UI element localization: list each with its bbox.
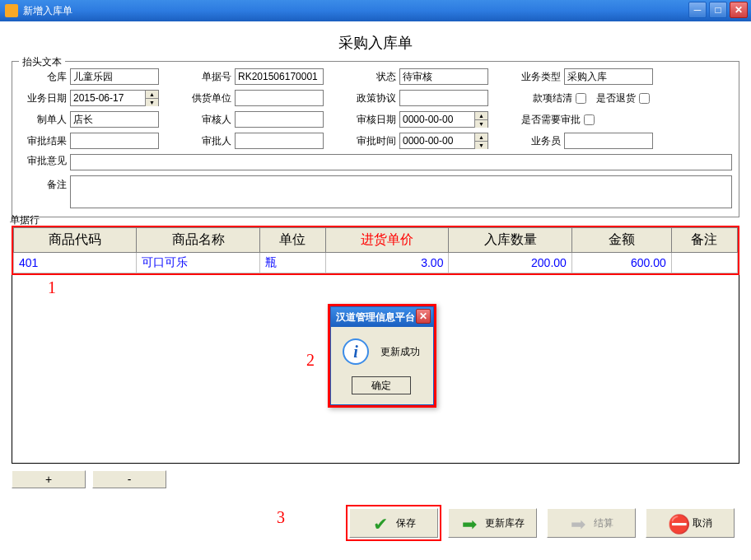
window-title: 新增入库单 [23, 4, 72, 18]
label-warehouse: 仓库 [19, 70, 70, 84]
label-isreturn: 是否退货 [586, 91, 639, 105]
dialog-title: 汉道管理信息平台 ✕ [331, 307, 433, 327]
column-header: 单位 [259, 228, 325, 253]
table-row[interactable]: 401可口可乐瓶3.00200.00600.00 [14, 253, 738, 273]
spin-up-icon[interactable]: ▲ [474, 112, 487, 120]
settle-button[interactable]: ➡结算 [547, 508, 636, 538]
checker-field[interactable] [235, 111, 324, 128]
needapprove-checkbox[interactable] [584, 114, 595, 125]
label-paysettle: 款项结清 [513, 91, 576, 105]
cancel-label: 取消 [693, 516, 712, 530]
forbidden-icon: ⛔ [668, 514, 686, 532]
label-checker: 审核人 [184, 113, 235, 127]
maximize-button[interactable]: □ [709, 2, 727, 18]
table-cell[interactable]: 3.00 [326, 253, 449, 273]
table-cell[interactable]: 401 [14, 253, 137, 273]
label-maker: 制单人 [19, 113, 70, 127]
policy-field[interactable] [399, 90, 488, 106]
label-approveresult: 审批结果 [19, 134, 70, 148]
checkdate-spinner[interactable]: ▲▼ [399, 111, 488, 128]
remove-row-button[interactable]: - [92, 470, 166, 488]
approveresult-field[interactable] [70, 133, 159, 149]
label-docno: 单据号 [184, 70, 235, 84]
label-approver: 审批人 [184, 134, 235, 148]
dialog-message: 更新成功 [380, 345, 420, 359]
dialog-title-text: 汉道管理信息平台 [336, 310, 415, 324]
label-approveopinion: 审批意见 [19, 154, 70, 170]
bizdate-field[interactable] [71, 91, 145, 105]
remark-field[interactable] [70, 175, 732, 208]
biztype-field[interactable] [564, 68, 653, 85]
label-status: 状态 [348, 70, 399, 84]
action-bar: ✔保存 ➡更新库存 ➡结算 ⛔取消 [0, 495, 751, 546]
page-title: 采购入库单 [12, 28, 739, 61]
label-checkdate: 审核日期 [348, 113, 399, 127]
column-header: 金额 [571, 228, 671, 253]
header-fieldset: 抬头文本 仓库 单据号 状态 业务类型 业务日期 ▲▼ 供货单位 政策协议 款项… [12, 61, 739, 217]
approver-field[interactable] [235, 133, 324, 149]
label-remark: 备注 [19, 175, 70, 208]
refresh-label: 更新库存 [485, 516, 525, 530]
save-label: 保存 [396, 516, 416, 530]
arrow-right-gray-icon: ➡ [569, 514, 587, 532]
annotation-3: 3 [277, 508, 285, 527]
dialog-ok-button[interactable]: 确定 [352, 376, 411, 394]
info-dialog: 汉道管理信息平台 ✕ i 更新成功 确定 [328, 304, 436, 408]
refresh-stock-button[interactable]: ➡更新库存 [448, 508, 537, 538]
status-field[interactable] [399, 68, 488, 85]
warehouse-field[interactable] [70, 68, 159, 85]
docno-field[interactable] [235, 68, 324, 85]
label-policy: 政策协议 [348, 91, 399, 105]
spin-down-icon[interactable]: ▼ [474, 142, 487, 149]
minimize-button[interactable]: ─ [688, 2, 707, 18]
add-row-button[interactable]: + [12, 470, 86, 488]
cancel-button[interactable]: ⛔取消 [646, 508, 735, 538]
check-icon: ✔ [371, 514, 389, 532]
save-button[interactable]: ✔保存 [349, 508, 438, 538]
header-legend: 抬头文本 [19, 55, 65, 69]
approvetime-spinner[interactable]: ▲▼ [399, 133, 488, 149]
supplier-field[interactable] [235, 90, 324, 106]
column-header: 备注 [671, 228, 737, 253]
column-header: 入库数量 [449, 228, 571, 253]
dialog-close-button[interactable]: ✕ [416, 309, 431, 324]
approveopinion-field[interactable] [70, 154, 732, 170]
annotation-1: 1 [48, 278, 56, 297]
bizdate-spinner[interactable]: ▲▼ [70, 90, 159, 106]
settle-label: 结算 [594, 516, 613, 530]
spin-down-icon[interactable]: ▼ [145, 99, 158, 106]
spin-up-icon[interactable]: ▲ [474, 133, 487, 142]
annotation-2: 2 [306, 351, 315, 370]
label-salesman: 业务员 [513, 134, 564, 148]
close-button[interactable]: ✕ [730, 2, 748, 18]
table-cell[interactable]: 600.00 [571, 253, 671, 273]
arrow-right-icon: ➡ [460, 514, 478, 532]
label-biztype: 业务类型 [513, 70, 564, 84]
isreturn-checkbox[interactable] [639, 93, 650, 104]
window-titlebar: 新增入库单 ─ □ ✕ [0, 0, 751, 21]
app-icon [5, 4, 18, 17]
column-header: 商品代码 [14, 228, 137, 253]
label-approvetime: 审批时间 [348, 134, 399, 148]
label-supplier: 供货单位 [184, 91, 235, 105]
maker-field[interactable] [70, 111, 159, 128]
table-cell[interactable]: 200.00 [449, 253, 571, 273]
spin-down-icon[interactable]: ▼ [474, 120, 487, 128]
label-bizdate: 业务日期 [19, 91, 70, 105]
label-needapprove: 是否需要审批 [513, 113, 584, 127]
column-header: 商品名称 [137, 228, 259, 253]
salesman-field[interactable] [564, 133, 653, 149]
spin-up-icon[interactable]: ▲ [145, 91, 158, 99]
approvetime-field[interactable] [400, 133, 474, 148]
paysettle-checkbox[interactable] [576, 93, 586, 104]
data-grid: 商品代码商品名称单位进货单价入库数量金额备注 401可口可乐瓶3.00200.0… [13, 227, 738, 273]
info-icon: i [343, 338, 369, 365]
line-section-highlight: 商品代码商品名称单位进货单价入库数量金额备注 401可口可乐瓶3.00200.0… [12, 226, 739, 275]
column-header: 进货单价 [326, 228, 449, 253]
table-cell[interactable]: 瓶 [259, 253, 325, 273]
table-cell[interactable] [671, 253, 737, 273]
checkdate-field[interactable] [400, 112, 474, 127]
table-cell[interactable]: 可口可乐 [137, 253, 259, 273]
